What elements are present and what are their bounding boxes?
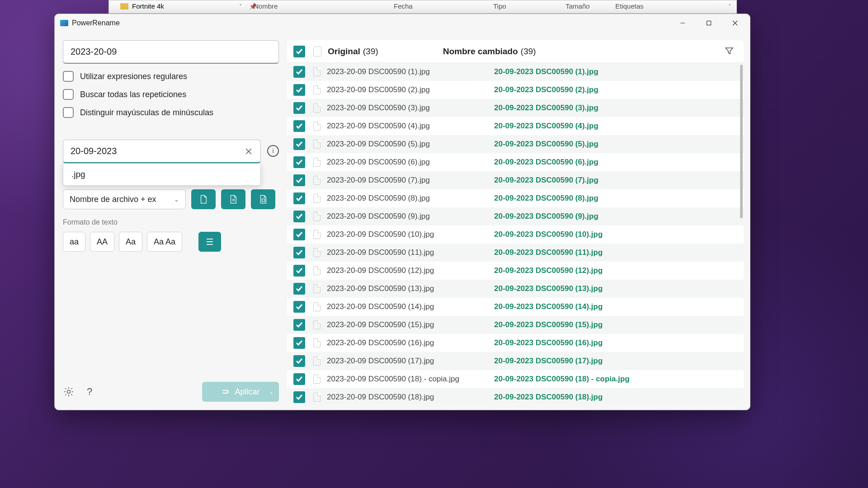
original-filename: 2023-20-09 DSC00590 (1).jpg [327, 67, 494, 76]
table-row[interactable]: 2023-20-09 DSC00590 (4).jpg20-09-2023 DS… [287, 117, 744, 135]
format-enumerate-button[interactable] [198, 232, 221, 252]
row-checkbox[interactable] [293, 337, 305, 349]
chevron-down-icon[interactable]: ⌄ [269, 389, 274, 395]
apply-to-select[interactable]: Nombre de archivo + ex ⌄ [63, 189, 186, 209]
info-icon[interactable]: i [267, 145, 279, 157]
format-capitalize-button[interactable]: Aa Aa [147, 232, 182, 252]
filter-button[interactable] [725, 47, 734, 56]
search-input[interactable] [63, 40, 279, 64]
include-subfolders-button[interactable] [251, 189, 275, 209]
column-header-type[interactable]: Tipo [493, 2, 566, 10]
column-original-label: Original [328, 47, 360, 56]
checkbox-case-sensitive[interactable] [63, 107, 74, 118]
help-button[interactable]: ? [84, 386, 95, 398]
replace-input-wrap[interactable] [63, 140, 261, 163]
table-row[interactable]: 2023-20-09 DSC00590 (1).jpg20-09-2023 DS… [287, 63, 744, 81]
file-icon [313, 284, 321, 293]
svg-point-12 [67, 390, 71, 394]
settings-button[interactable] [63, 386, 75, 398]
row-checkbox[interactable] [293, 66, 305, 78]
svg-rect-1 [707, 21, 711, 25]
row-checkbox[interactable] [293, 391, 305, 403]
select-all-checkbox[interactable] [293, 46, 305, 57]
row-checkbox[interactable] [293, 265, 305, 277]
maximize-button[interactable] [696, 14, 722, 32]
row-checkbox[interactable] [293, 211, 305, 222]
table-row[interactable]: 2023-20-09 DSC00590 (10).jpg20-09-2023 D… [287, 225, 744, 244]
table-row[interactable]: 2023-20-09 DSC00590 (7).jpg20-09-2023 DS… [287, 171, 744, 189]
include-folders-button[interactable] [221, 189, 245, 209]
checkbox-regex[interactable] [63, 71, 74, 82]
folder-icon [120, 3, 128, 9]
table-row[interactable]: 2023-20-09 DSC00590 (11).jpg20-09-2023 D… [287, 244, 744, 262]
table-row[interactable]: 2023-20-09 DSC00590 (9).jpg20-09-2023 DS… [287, 207, 744, 225]
row-checkbox[interactable] [293, 84, 305, 96]
scrollbar[interactable] [739, 63, 743, 404]
row-checkbox[interactable] [293, 120, 305, 132]
table-row[interactable]: 2023-20-09 DSC00590 (3).jpg20-09-2023 DS… [287, 99, 744, 117]
file-icon [313, 248, 321, 257]
renamed-filename: 20-09-2023 DSC00590 (13).jpg [494, 284, 603, 293]
list-header: Original (39) Nombre cambiado (39) [287, 40, 744, 63]
file-icon [313, 194, 321, 203]
format-uppercase-button[interactable]: AA [90, 232, 114, 252]
checkbox-all-matches[interactable] [63, 89, 74, 100]
file-icon [313, 67, 321, 76]
include-files-button[interactable] [191, 189, 216, 209]
file-icon [313, 158, 321, 167]
close-button[interactable] [722, 14, 748, 32]
table-row[interactable]: 2023-20-09 DSC00590 (18) - copia.jpg20-0… [287, 370, 744, 388]
table-row[interactable]: 2023-20-09 DSC00590 (5).jpg20-09-2023 DS… [287, 135, 744, 153]
table-row[interactable]: 2023-20-09 DSC00590 (16).jpg20-09-2023 D… [287, 334, 744, 352]
original-filename: 2023-20-09 DSC00590 (18).jpg [327, 393, 494, 402]
original-count: (39) [363, 47, 378, 56]
row-checkbox[interactable] [293, 319, 305, 331]
original-filename: 2023-20-09 DSC00590 (14).jpg [327, 302, 494, 311]
column-header-tags[interactable]: Etiquetas [615, 2, 644, 10]
file-icon [313, 357, 321, 366]
table-row[interactable]: 2023-20-09 DSC00590 (15).jpg20-09-2023 D… [287, 316, 744, 334]
column-header-date[interactable]: Fecha [394, 2, 493, 10]
table-row[interactable]: 2023-20-09 DSC00590 (6).jpg20-09-2023 DS… [287, 153, 744, 171]
row-checkbox[interactable] [293, 247, 305, 258]
row-checkbox[interactable] [293, 102, 305, 114]
column-header-name[interactable]: Nombre [254, 2, 394, 10]
minimize-button[interactable] [670, 14, 696, 32]
row-checkbox[interactable] [293, 355, 305, 367]
table-row[interactable]: 2023-20-09 DSC00590 (12).jpg20-09-2023 D… [287, 262, 744, 280]
label-all-matches: Buscar todas las repeticiones [80, 90, 186, 99]
apply-button[interactable]: Aplicar ⌄ [202, 382, 279, 402]
row-checkbox[interactable] [293, 301, 305, 313]
folder-name[interactable]: Fortnite 4k [132, 2, 164, 10]
app-icon [60, 20, 68, 26]
row-checkbox[interactable] [293, 192, 305, 204]
file-icon [313, 266, 321, 275]
replace-input[interactable] [71, 146, 241, 156]
original-filename: 2023-20-09 DSC00590 (5).jpg [327, 140, 494, 149]
row-checkbox[interactable] [293, 138, 305, 150]
original-filename: 2023-20-09 DSC00590 (7).jpg [327, 176, 494, 185]
row-checkbox[interactable] [293, 174, 305, 186]
titlebar[interactable]: PowerRename [55, 14, 750, 32]
column-header-size[interactable]: Tamaño [566, 2, 615, 10]
file-list[interactable]: 2023-20-09 DSC00590 (1).jpg20-09-2023 DS… [287, 63, 744, 404]
chevron-up-icon[interactable]: ˄ [725, 2, 735, 12]
row-checkbox[interactable] [293, 283, 305, 295]
autocomplete-item[interactable]: .jpg [71, 169, 85, 179]
clear-button[interactable] [241, 144, 256, 159]
table-row[interactable]: 2023-20-09 DSC00590 (14).jpg20-09-2023 D… [287, 298, 744, 316]
row-checkbox[interactable] [293, 373, 305, 385]
format-lowercase-button[interactable]: aa [63, 232, 85, 252]
autocomplete-popup[interactable]: .jpg [63, 163, 261, 186]
svg-marker-13 [726, 48, 733, 54]
format-titlecase-button[interactable]: Aa [119, 232, 142, 252]
table-row[interactable]: 2023-20-09 DSC00590 (8).jpg20-09-2023 DS… [287, 189, 744, 207]
row-checkbox[interactable] [293, 229, 305, 240]
table-row[interactable]: 2023-20-09 DSC00590 (2).jpg20-09-2023 DS… [287, 81, 744, 99]
apply-to-label: Nombre de archivo + ex [70, 195, 156, 204]
scrollbar-thumb[interactable] [740, 65, 743, 218]
table-row[interactable]: 2023-20-09 DSC00590 (18).jpg20-09-2023 D… [287, 388, 744, 404]
row-checkbox[interactable] [293, 156, 305, 168]
table-row[interactable]: 2023-20-09 DSC00590 (17).jpg20-09-2023 D… [287, 352, 744, 370]
table-row[interactable]: 2023-20-09 DSC00590 (13).jpg20-09-2023 D… [287, 280, 744, 298]
